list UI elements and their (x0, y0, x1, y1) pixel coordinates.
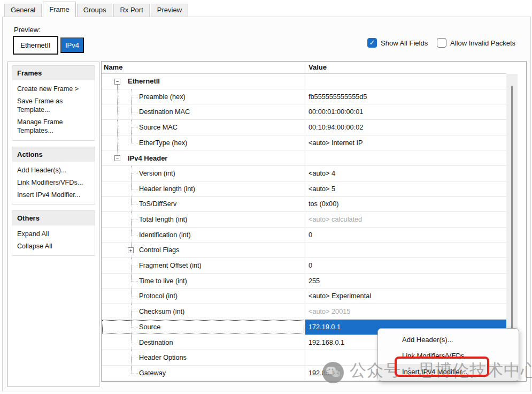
tree-cell-value[interactable] (305, 74, 506, 89)
collapse-icon[interactable]: − (114, 155, 120, 161)
tree-cell-name[interactable]: −IPv4 Header (102, 150, 305, 165)
sidebar-item-add-header-s[interactable]: Add Header(s)... (12, 164, 95, 176)
tree-row-version-int[interactable]: Version (int)<auto> 4 (102, 166, 506, 181)
tree-cell-value[interactable] (305, 150, 506, 165)
context-menu-item-add-header-s[interactable]: Add Header(s)... (378, 332, 519, 348)
sidebar-item-collapse-all[interactable]: Collapse All (12, 240, 95, 252)
tree-cell-value[interactable]: 0 (305, 258, 506, 273)
tree-row-ethernetii[interactable]: −EthernetII (102, 74, 506, 89)
sidebar-item-create-new-frame[interactable]: Create new Frame > (12, 82, 95, 95)
tree-row-label: EthernetII (128, 77, 160, 85)
collapse-icon[interactable]: − (114, 79, 120, 85)
tree-connector-line (132, 327, 137, 328)
tree-connector-line (132, 373, 137, 374)
tree-cell-name[interactable]: Source MAC (102, 120, 305, 135)
tree-row-label: Preamble (hex) (139, 93, 186, 101)
tree-cell-name[interactable]: Time to live (int) (102, 274, 305, 289)
tree-cell-name[interactable]: Checksum (int) (102, 304, 305, 319)
tree-cell-value[interactable]: tos (0x00) (305, 197, 506, 212)
tree-cell-value[interactable]: <auto> 20015 (305, 304, 506, 319)
tree-cell-value[interactable]: <auto> Internet IP (305, 135, 506, 150)
tree-cell-name[interactable]: Total length (int) (102, 212, 305, 227)
tree-row-preamble-hex[interactable]: Preamble (hex)fb555555555555d5 (102, 89, 506, 105)
tree-cell-name[interactable]: Identification (int) (102, 228, 305, 243)
tree-row-protocol-int[interactable]: Protocol (int)<auto> Experimental (102, 289, 506, 305)
tab-preview[interactable]: Preview (151, 4, 188, 17)
tree-connector-line (132, 173, 137, 174)
tab-bar: GeneralFrameGroupsRx PortPreview (4, 0, 189, 17)
tree-cell-value[interactable]: 00:10:94:00:00:02 (305, 120, 506, 135)
sidebar-section-actions: ActionsAdd Header(s)...Link Modifiers/VF… (12, 147, 95, 204)
tree-cell-name[interactable]: Header length (int) (102, 181, 305, 196)
tab-rx-port[interactable]: Rx Port (113, 4, 149, 17)
tree-cell-value[interactable]: <auto> calculated (305, 212, 506, 227)
context-menu-item-link-modifiers-vfds[interactable]: Link Modifiers/VFDs... (378, 348, 519, 364)
sidebar-section-title: Actions (12, 147, 95, 162)
tree-cell-value[interactable]: 0 (305, 228, 506, 243)
tree-row-identification-int[interactable]: Identification (int)0 (102, 228, 506, 243)
tree-cell-value[interactable]: <auto> 4 (305, 166, 506, 181)
tree-connector-line (132, 189, 137, 190)
tree-connector-line (132, 266, 137, 266)
tree-cell-name[interactable]: Destination (102, 335, 305, 350)
tree-cell-value[interactable]: fb555555555555d5 (305, 89, 506, 104)
tree-row-label: ToS/DiffServ (139, 200, 176, 208)
tree-row-ipv4-header[interactable]: −IPv4 Header (102, 150, 506, 166)
tree-row-time-to-live-int[interactable]: Time to live (int)255 (102, 274, 506, 289)
tree-row-tos-diffserv[interactable]: ToS/DiffServtos (0x00) (102, 197, 506, 213)
tree-row-header-length-int[interactable]: Header length (int)<auto> 5 (102, 181, 506, 197)
preview-button-ethernetii[interactable]: EthernetII (13, 36, 58, 55)
tree-cell-name[interactable]: Source (102, 320, 305, 335)
allow-invalid-packets-option: Allow Invalid Packets (437, 38, 515, 48)
tree-connector-line (117, 135, 118, 150)
tree-row-label: IPv4 Header (128, 154, 167, 162)
tree-row-fragment-offset-int[interactable]: Fragment Offset (int)0 (102, 258, 506, 274)
tree-connector-line (132, 204, 137, 205)
sidebar-item-expand-all[interactable]: Expand All (12, 228, 95, 240)
tree-cell-name[interactable]: +Control Flags (102, 243, 305, 258)
tree-cell-value[interactable] (305, 243, 506, 258)
tree-connector-line (132, 112, 137, 112)
tree-cell-name[interactable]: Header Options (102, 350, 305, 365)
tree-connector-line (132, 281, 137, 282)
tree-row-source-mac[interactable]: Source MAC00:10:94:00:00:02 (102, 120, 506, 135)
tree-row-checksum-int[interactable]: Checksum (int)<auto> 20015 (102, 304, 506, 320)
tab-general[interactable]: General (4, 4, 42, 17)
sidebar-item-insert-ipv4-modifier[interactable]: Insert IPv4 Modifier... (12, 188, 95, 201)
context-menu-item-insert-ipv4-modifier[interactable]: Insert IPv4 Modifier... (378, 364, 519, 380)
tree-cell-name[interactable]: ToS/DiffServ (102, 197, 305, 212)
tree-row-label: Identification (int) (139, 231, 191, 239)
scrollbar-thumb[interactable] (511, 86, 513, 369)
sidebar-section-frames: FramesCreate new Frame >Save Frame as Te… (12, 65, 95, 141)
tree-cell-name[interactable]: EtherType (hex) (102, 135, 305, 150)
tree-row-destination-mac[interactable]: Destination MAC00:00:01:00:00:01 (102, 104, 506, 120)
sidebar-item-manage-frame-templates[interactable]: Manage Frame Templates... (12, 116, 95, 137)
tree-connector-line (117, 104, 118, 119)
tree-row-ethertype-hex[interactable]: EtherType (hex)<auto> Internet IP (102, 135, 506, 151)
sidebar-item-save-frame-as-template[interactable]: Save Frame as Template... (12, 95, 95, 116)
tree-cell-name[interactable]: Preamble (hex) (102, 89, 305, 104)
tree-cell-name[interactable]: Version (int) (102, 166, 305, 181)
tree-cell-name[interactable]: Gateway (102, 366, 305, 381)
tab-frame[interactable]: Frame (43, 2, 76, 17)
tree-row-control-flags[interactable]: +Control Flags (102, 243, 506, 259)
tree-row-total-length-int[interactable]: Total length (int)<auto> calculated (102, 212, 506, 228)
tree-cell-value[interactable]: <auto> Experimental (305, 289, 506, 304)
sidebar-section-title: Frames (12, 66, 95, 80)
checkbox-unchecked-icon[interactable] (437, 38, 446, 48)
expand-icon[interactable]: + (128, 247, 134, 253)
tree-cell-value[interactable]: <auto> 5 (305, 181, 506, 196)
sidebar-item-link-modifiers-vfds[interactable]: Link Modifiers/VFDs... (12, 176, 95, 188)
show-all-fields-option: ✓ Show All Fields (367, 38, 428, 48)
preview-button-ipv4[interactable]: IPv4 (60, 37, 84, 53)
sidebar: FramesCreate new Frame >Save Frame as Te… (7, 62, 99, 387)
tree-cell-name[interactable]: Fragment Offset (int) (102, 258, 305, 273)
tab-groups[interactable]: Groups (77, 4, 113, 17)
tree-cell-name[interactable]: Protocol (int) (102, 289, 305, 304)
tree-cell-value[interactable]: 255 (305, 274, 506, 289)
checkbox-checked-icon[interactable]: ✓ (367, 38, 377, 48)
preview-label: Preview: (14, 26, 41, 34)
tree-cell-value[interactable]: 00:00:01:00:00:01 (305, 104, 506, 119)
tree-cell-name[interactable]: −EthernetII (102, 74, 305, 89)
tree-cell-name[interactable]: Destination MAC (102, 104, 305, 119)
